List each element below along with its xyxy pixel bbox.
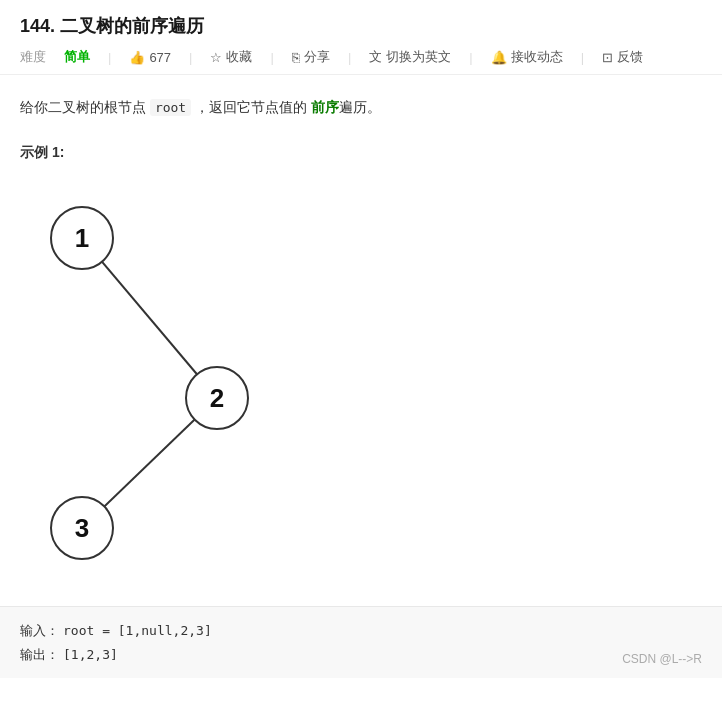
- input-value: root = [1,null,2,3]: [63, 619, 212, 642]
- page-container: 144. 二叉树的前序遍历 难度 简单 | 👍 677 | ☆ 收藏 | ⎘ 分…: [0, 0, 722, 708]
- tree-diagram: 1 2 3: [30, 176, 370, 596]
- tree-node-1: 1: [50, 206, 114, 270]
- difficulty-label: 难度: [20, 48, 46, 66]
- tree-node-2: 2: [185, 366, 249, 430]
- example-title: 示例 1:: [20, 144, 702, 162]
- translate-icon: 文: [369, 48, 382, 66]
- divider-1: |: [108, 50, 111, 65]
- problem-description: 给你二叉树的根节点 root ，返回它节点值的 前序遍历。: [20, 95, 702, 120]
- share-button[interactable]: ⎘ 分享: [292, 48, 330, 66]
- watermark: CSDN @L-->R: [622, 652, 702, 666]
- like-button[interactable]: 👍 677: [129, 50, 171, 65]
- tree-node-3: 3: [50, 496, 114, 560]
- code-root: root: [150, 99, 191, 116]
- feedback-button[interactable]: ⊡ 反馈: [602, 48, 643, 66]
- feedback-icon: ⊡: [602, 50, 613, 65]
- divider-4: |: [348, 50, 351, 65]
- subscribe-button[interactable]: 🔔 接收动态: [491, 48, 563, 66]
- divider-2: |: [189, 50, 192, 65]
- output-label: 输出：: [20, 643, 59, 666]
- difficulty-value[interactable]: 简单: [64, 48, 90, 66]
- collect-button[interactable]: ☆ 收藏: [210, 48, 252, 66]
- input-line: 输入： root = [1,null,2,3]: [20, 619, 702, 642]
- star-icon: ☆: [210, 50, 222, 65]
- input-label: 输入：: [20, 619, 59, 642]
- input-output-area: 输入： root = [1,null,2,3] 输出： [1,2,3]: [0, 606, 722, 678]
- divider-5: |: [469, 50, 472, 65]
- content-area: 给你二叉树的根节点 root ，返回它节点值的 前序遍历。 示例 1: 1 2 …: [0, 75, 722, 606]
- share-icon: ⎘: [292, 50, 300, 65]
- switch-lang-button[interactable]: 文 切换为英文: [369, 48, 451, 66]
- output-line: 输出： [1,2,3]: [20, 643, 702, 666]
- toolbar: 难度 简单 | 👍 677 | ☆ 收藏 | ⎘ 分享 | 文 切换为英文: [20, 48, 702, 66]
- bell-icon: 🔔: [491, 50, 507, 65]
- bold-preorder: 前序: [311, 99, 339, 115]
- header-area: 144. 二叉树的前序遍历 难度 简单 | 👍 677 | ☆ 收藏 | ⎘ 分…: [0, 0, 722, 75]
- problem-title: 144. 二叉树的前序遍历: [20, 14, 702, 38]
- divider-3: |: [270, 50, 273, 65]
- bottom-area: 输入： root = [1,null,2,3] 输出： [1,2,3] CSDN…: [0, 606, 722, 678]
- divider-6: |: [581, 50, 584, 65]
- thumb-up-icon: 👍: [129, 50, 145, 65]
- output-value: [1,2,3]: [63, 643, 118, 666]
